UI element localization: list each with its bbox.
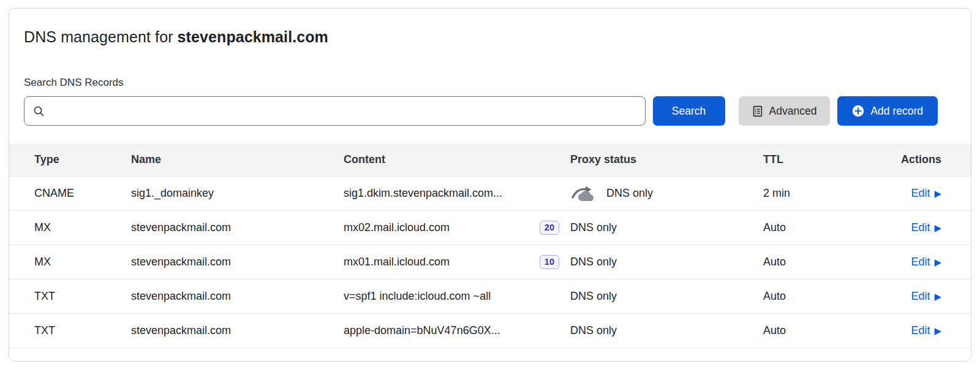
column-header-type: Type xyxy=(34,153,131,166)
edit-link[interactable]: Edit xyxy=(911,221,930,234)
table-row: CNAME sig1._domainkey sig1.dkim.stevenpa… xyxy=(9,177,971,211)
record-actions-cell: Edit ▶ xyxy=(852,290,941,303)
dns-management-card: DNS management forstevenpackmail.com Sea… xyxy=(9,8,971,362)
record-ttl: 2 min xyxy=(763,187,852,200)
record-name: stevenpackmail.com xyxy=(131,324,344,337)
dns-records-table: Type Name Content Proxy status TTL Actio… xyxy=(9,143,971,348)
proxy-status-cell: DNS only xyxy=(570,290,763,303)
record-content-cell: apple-domain=bNuV47n6G0X... xyxy=(344,324,570,337)
column-header-name: Name xyxy=(131,153,344,166)
record-type: MX xyxy=(34,256,131,268)
edit-link[interactable]: Edit xyxy=(911,290,930,303)
record-actions-cell: Edit ▶ xyxy=(852,187,941,200)
record-content: apple-domain=bNuV47n6G0X... xyxy=(344,324,500,337)
record-content-cell: v=spf1 include:icloud.com ~all xyxy=(344,290,570,303)
column-header-actions: Actions xyxy=(852,153,941,166)
record-type: CNAME xyxy=(34,187,131,200)
record-type: TXT xyxy=(34,290,131,303)
record-content-cell: mx01.mail.icloud.com 10 xyxy=(344,255,570,269)
record-content-cell: sig1.dkim.stevenpackmail.com... xyxy=(344,187,570,200)
proxy-status-cell: DNS only xyxy=(570,221,763,234)
proxy-status-cell: DNS only xyxy=(570,184,763,204)
edit-arrow-icon[interactable]: ▶ xyxy=(934,292,941,301)
edit-link[interactable]: Edit xyxy=(911,256,930,268)
add-record-button-label: Add record xyxy=(870,105,923,118)
proxy-status-text: DNS only xyxy=(570,290,617,303)
list-document-icon xyxy=(752,105,763,117)
search-input-wrapper[interactable] xyxy=(24,96,646,126)
magnifier-icon xyxy=(33,105,45,117)
proxy-status-text: DNS only xyxy=(570,221,617,234)
mx-priority-badge: 20 xyxy=(540,221,559,235)
record-ttl: Auto xyxy=(763,256,852,268)
record-content: mx02.mail.icloud.com xyxy=(344,221,450,234)
domain-name: stevenpackmail.com xyxy=(178,28,328,45)
record-actions-cell: Edit ▶ xyxy=(852,324,941,337)
dns-table-body: CNAME sig1._domainkey sig1.dkim.stevenpa… xyxy=(9,177,971,348)
record-type: MX xyxy=(34,221,131,234)
record-content-cell: mx02.mail.icloud.com 20 xyxy=(344,221,570,235)
record-actions-cell: Edit ▶ xyxy=(852,256,941,268)
record-actions-cell: Edit ▶ xyxy=(852,221,941,234)
record-content: v=spf1 include:icloud.com ~all xyxy=(344,290,491,303)
search-input[interactable] xyxy=(51,105,636,117)
record-ttl: Auto xyxy=(763,290,852,303)
column-header-ttl: TTL xyxy=(763,153,852,166)
page-title: DNS management forstevenpackmail.com xyxy=(24,28,938,46)
edit-arrow-icon[interactable]: ▶ xyxy=(934,326,941,335)
proxy-status-text: DNS only xyxy=(570,324,617,337)
proxy-status-text: DNS only xyxy=(570,256,617,268)
table-row: TXT stevenpackmail.com apple-domain=bNuV… xyxy=(9,314,971,348)
dns-only-cloud-icon xyxy=(570,184,598,204)
advanced-button-label: Advanced xyxy=(769,105,817,118)
top-section: DNS management forstevenpackmail.com Sea… xyxy=(9,9,971,126)
advanced-button[interactable]: Advanced xyxy=(739,96,831,126)
edit-link[interactable]: Edit xyxy=(911,187,930,200)
column-header-proxy-status: Proxy status xyxy=(570,153,763,166)
edit-arrow-icon[interactable]: ▶ xyxy=(934,189,941,198)
record-ttl: Auto xyxy=(763,324,852,337)
proxy-status-text: DNS only xyxy=(606,187,653,200)
mx-priority-badge: 10 xyxy=(540,255,559,269)
record-name: stevenpackmail.com xyxy=(131,256,344,268)
add-record-button[interactable]: Add record xyxy=(837,96,938,126)
record-ttl: Auto xyxy=(763,221,852,234)
edit-arrow-icon[interactable]: ▶ xyxy=(934,257,941,267)
page-title-prefix: DNS management for xyxy=(24,28,173,45)
search-button[interactable]: Search xyxy=(653,96,725,126)
search-button-label: Search xyxy=(672,105,706,118)
table-row: MX stevenpackmail.com mx02.mail.icloud.c… xyxy=(9,211,971,245)
table-row: MX stevenpackmail.com mx01.mail.icloud.c… xyxy=(9,245,971,280)
edit-link[interactable]: Edit xyxy=(911,324,930,337)
record-content: sig1.dkim.stevenpackmail.com... xyxy=(344,187,502,200)
record-content: mx01.mail.icloud.com xyxy=(344,256,450,268)
table-row: TXT stevenpackmail.com v=spf1 include:ic… xyxy=(9,280,971,314)
table-header-row: Type Name Content Proxy status TTL Actio… xyxy=(9,143,971,177)
proxy-status-cell: DNS only xyxy=(570,324,763,337)
plus-circle-icon xyxy=(852,105,864,117)
record-type: TXT xyxy=(34,324,131,337)
proxy-status-cell: DNS only xyxy=(570,256,763,268)
search-label: Search DNS Records xyxy=(24,77,938,89)
edit-arrow-icon[interactable]: ▶ xyxy=(934,223,941,232)
record-name: stevenpackmail.com xyxy=(131,221,344,234)
search-controls: Search Advanced xyxy=(24,96,938,126)
record-name: stevenpackmail.com xyxy=(131,290,344,303)
column-header-content: Content xyxy=(344,153,570,166)
record-name: sig1._domainkey xyxy=(131,187,344,200)
